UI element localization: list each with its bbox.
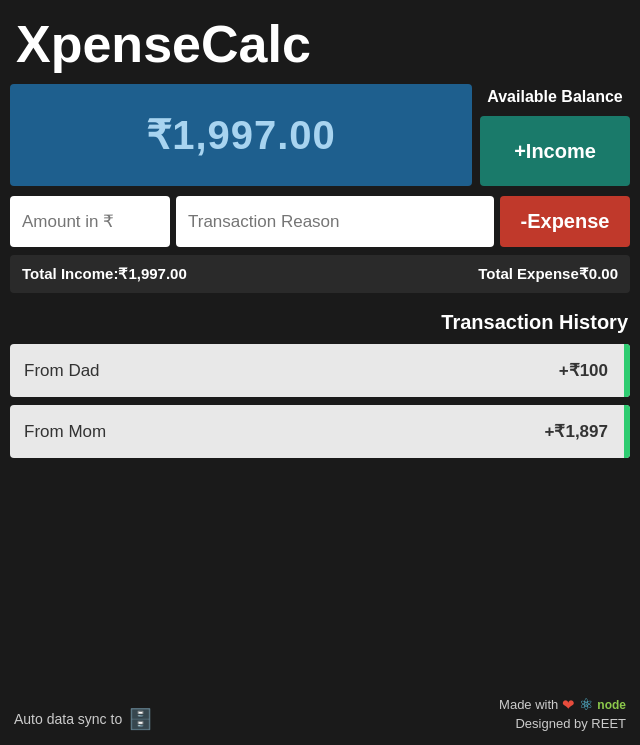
totals-section: Total Income:₹1,997.00 Total Expense₹0.0… (10, 255, 630, 293)
reason-input[interactable] (176, 196, 494, 247)
balance-right: Available Balance +Income (480, 84, 630, 186)
header: XpenseCalc (0, 0, 640, 84)
balance-display: ₹1,997.00 (10, 84, 472, 186)
total-expense-label: Total Expense (478, 265, 579, 282)
input-section: -Expense (10, 196, 630, 247)
transaction-list: From Dad+₹100From Mom+₹1,897 (10, 344, 630, 458)
expense-button[interactable]: -Expense (500, 196, 630, 247)
total-expense-value: ₹0.00 (579, 265, 618, 282)
transaction-amount: +₹1,897 (545, 421, 616, 442)
database-icon: 🗄️ (128, 707, 153, 731)
designed-by: Designed by REET (499, 716, 626, 731)
amount-input[interactable] (10, 196, 170, 247)
app-container: XpenseCalc ₹1,997.00 Available Balance +… (0, 0, 640, 745)
income-button[interactable]: +Income (480, 116, 630, 186)
history-title: Transaction History (10, 311, 630, 334)
total-income: Total Income:₹1,997.00 (22, 265, 187, 283)
transaction-name: From Mom (24, 422, 106, 442)
transaction-item: From Mom+₹1,897 (10, 405, 630, 458)
auto-sync-label: Auto data sync to (14, 711, 122, 727)
footer: Auto data sync to 🗄️ Made with ❤ ⚛ node … (0, 675, 640, 745)
history-section: Transaction History From Dad+₹100From Mo… (10, 311, 630, 458)
react-icon: ⚛ (579, 695, 593, 714)
node-icon: node (597, 698, 626, 712)
total-expense: Total Expense₹0.00 (478, 265, 618, 283)
auto-sync: Auto data sync to 🗄️ (14, 707, 153, 731)
transaction-name: From Dad (24, 361, 100, 381)
available-balance-label: Available Balance (480, 84, 630, 110)
total-income-label: Total Income: (22, 265, 118, 282)
footer-right: Made with ❤ ⚛ node Designed by REET (499, 695, 626, 731)
heart-icon: ❤ (562, 696, 575, 714)
balance-section: ₹1,997.00 Available Balance +Income (10, 84, 630, 186)
balance-amount: ₹1,997.00 (146, 112, 336, 158)
app-title: XpenseCalc (16, 14, 624, 74)
total-income-value: ₹1,997.00 (118, 265, 186, 282)
transaction-item: From Dad+₹100 (10, 344, 630, 397)
made-with: Made with ❤ ⚛ node (499, 695, 626, 714)
made-with-label: Made with (499, 697, 558, 712)
transaction-amount: +₹100 (559, 360, 616, 381)
